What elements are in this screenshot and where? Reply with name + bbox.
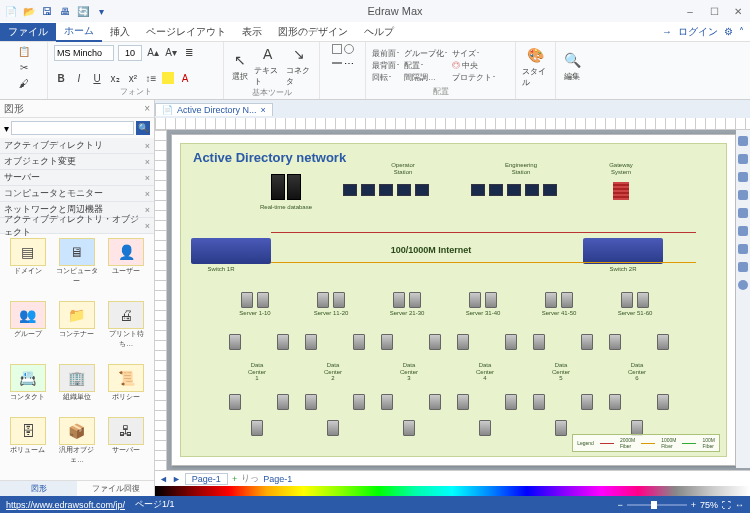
switch-shape[interactable] — [191, 238, 271, 264]
server-node[interactable] — [581, 334, 593, 350]
server-node[interactable] — [305, 394, 317, 410]
tab-design[interactable]: 図形のデザイン — [270, 23, 356, 41]
sup-icon[interactable]: x² — [126, 71, 140, 85]
server-node[interactable] — [317, 292, 329, 308]
bullets-icon[interactable]: ≣ — [182, 46, 196, 60]
zoom-out-button[interactable]: − — [617, 500, 622, 510]
server-node[interactable] — [257, 292, 269, 308]
qat-more-icon[interactable]: ▾ — [94, 4, 108, 18]
line-spacing-icon[interactable]: ↕≡ — [144, 71, 158, 85]
underline-button[interactable]: U — [90, 71, 104, 85]
fit-page-icon[interactable]: ⛶ — [722, 500, 731, 510]
send-back-button[interactable]: 最背面･ — [372, 60, 400, 71]
server-node[interactable] — [545, 292, 557, 308]
shape-category[interactable]: アクティブディレクトリ・オブジェクト× — [0, 218, 154, 234]
server-node[interactable] — [457, 334, 469, 350]
add-page-button[interactable]: + — [232, 474, 237, 484]
server-node[interactable] — [609, 394, 621, 410]
tab-help[interactable]: ヘルプ — [356, 23, 402, 41]
zoom-in-button[interactable]: + — [691, 500, 696, 510]
connector-tool-button[interactable]: ↘コネクタ — [286, 44, 314, 87]
monitor-shape[interactable] — [361, 184, 375, 196]
paste-button[interactable]: 📋 — [17, 44, 31, 58]
fit-width-icon[interactable]: ↔ — [735, 500, 744, 510]
server-node[interactable] — [555, 420, 567, 436]
server-node[interactable] — [393, 292, 405, 308]
qat-refresh-icon[interactable]: 🔄 — [76, 4, 90, 18]
zoom-slider[interactable] — [627, 504, 687, 506]
server-node[interactable] — [609, 334, 621, 350]
rotate-button[interactable]: 回転･ — [372, 72, 400, 83]
shape-item[interactable]: 📦汎用オブジェ… — [53, 417, 100, 476]
server-node[interactable] — [637, 292, 649, 308]
select-tool-button[interactable]: ↖選択 — [230, 50, 250, 82]
bring-front-button[interactable]: 最前面･ — [372, 48, 400, 59]
spacing-button[interactable]: 間隔調… — [404, 72, 448, 83]
protect-button[interactable]: プロテクト･ — [452, 72, 496, 83]
server-node[interactable] — [657, 334, 669, 350]
tab-file[interactable]: ファイル — [0, 23, 56, 41]
shapes-search-input[interactable] — [11, 121, 134, 135]
server-node[interactable] — [479, 420, 491, 436]
server-node[interactable] — [277, 394, 289, 410]
server-node[interactable] — [277, 334, 289, 350]
server-node[interactable] — [621, 292, 633, 308]
shape-category[interactable]: サーバー× — [0, 170, 154, 186]
server-shape[interactable] — [271, 174, 285, 200]
server-node[interactable] — [333, 292, 345, 308]
qat-open-icon[interactable]: 📂 — [22, 4, 36, 18]
color-palette-bar[interactable] — [155, 486, 750, 496]
shape-item[interactable]: 🖧サーバー — [103, 417, 150, 476]
tab-home[interactable]: ホーム — [56, 22, 102, 42]
bold-button[interactable]: B — [54, 71, 68, 85]
group-button[interactable]: グループ化･ — [404, 48, 448, 59]
shapes-panel-close-icon[interactable]: × — [144, 103, 150, 114]
shape-item[interactable]: 📇コンタクト — [4, 364, 51, 413]
monitor-shape[interactable] — [507, 184, 521, 196]
decrease-font-icon[interactable]: A▾ — [164, 46, 178, 60]
side-tool-icon[interactable] — [738, 136, 748, 146]
tab-view[interactable]: 表示 — [234, 23, 270, 41]
page-tab[interactable]: Page-1 — [185, 473, 228, 485]
monitor-shape[interactable] — [415, 184, 429, 196]
monitor-shape[interactable] — [379, 184, 393, 196]
switch-shape[interactable] — [583, 238, 663, 264]
server-node[interactable] — [403, 420, 415, 436]
center-button[interactable]: ◎ 中央 — [452, 60, 496, 71]
server-node[interactable] — [505, 394, 517, 410]
qat-print-icon[interactable]: 🖶 — [58, 4, 72, 18]
style-button[interactable]: 🎨スタイル — [522, 45, 549, 88]
server-node[interactable] — [457, 394, 469, 410]
monitor-shape[interactable] — [525, 184, 539, 196]
side-tool-icon[interactable] — [738, 262, 748, 272]
shape-category[interactable]: コンピュータとモニター× — [0, 186, 154, 202]
shape-item[interactable]: ▤ドメイン — [4, 238, 51, 297]
status-url[interactable]: https://www.edrawsoft.com/jp/ — [6, 500, 125, 510]
tab-insert[interactable]: 挿入 — [102, 23, 138, 41]
shape-item[interactable]: 🖥コンピューター — [53, 238, 100, 297]
settings-gear-icon[interactable]: ⚙ — [724, 26, 733, 37]
sub-icon[interactable]: x₂ — [108, 71, 122, 85]
page-nav-next-icon[interactable]: ► — [172, 474, 181, 484]
monitor-shape[interactable] — [471, 184, 485, 196]
server-node[interactable] — [381, 334, 393, 350]
side-tool-icon[interactable] — [738, 226, 748, 236]
server-node[interactable] — [581, 394, 593, 410]
firewall-shape[interactable] — [613, 182, 629, 200]
server-node[interactable] — [469, 292, 481, 308]
italic-button[interactable]: I — [72, 71, 86, 85]
side-tool-icon[interactable] — [738, 172, 748, 182]
monitor-shape[interactable] — [543, 184, 557, 196]
side-tool-icon[interactable] — [738, 208, 748, 218]
edit-button[interactable]: 🔍編集 — [562, 50, 582, 82]
shape-category[interactable]: アクティブディレクトリ× — [0, 138, 154, 154]
server-node[interactable] — [657, 394, 669, 410]
drawing-page[interactable]: Active Directory network Real-time datab… — [171, 134, 736, 466]
page-nav-prev-icon[interactable]: ◄ — [159, 474, 168, 484]
highlight-icon[interactable] — [162, 72, 174, 84]
server-node[interactable] — [251, 420, 263, 436]
monitor-shape[interactable] — [489, 184, 503, 196]
text-tool-button[interactable]: Aテキスト — [254, 44, 282, 87]
shape-item[interactable]: 🗄ボリューム — [4, 417, 51, 476]
size-button[interactable]: サイズ･ — [452, 48, 496, 59]
